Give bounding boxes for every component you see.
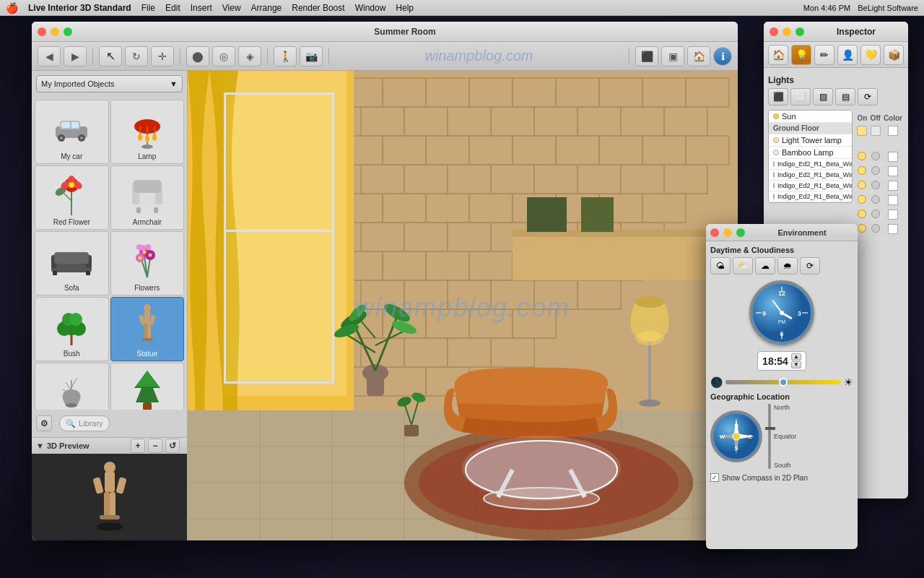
insp-btn-4[interactable]: 👤 (837, 45, 858, 65)
tower-color[interactable] (888, 152, 898, 162)
maximize-button[interactable] (64, 27, 72, 36)
indigo3-off[interactable] (871, 210, 880, 218)
search-bar[interactable]: 🔍 Library (59, 415, 110, 431)
zoom-out-button[interactable]: − (148, 439, 162, 453)
show-compass-checkbox[interactable]: ✓ (710, 473, 719, 482)
menu-render[interactable]: Render Boost (292, 3, 344, 13)
indigo1-on[interactable] (858, 181, 866, 189)
object-item-flowers[interactable]: Flowers (110, 231, 185, 296)
insp-btn-6[interactable]: 📦 (884, 45, 904, 65)
light-item-indigo-1[interactable]: Indigo_Ed2_R1_Beta_Wing (769, 159, 852, 170)
light-item-indigo-4[interactable]: Indigo_Ed2_R1_Beta_Wing (769, 191, 852, 202)
light-item-sun[interactable]: Sun (769, 111, 852, 123)
rotate-tool[interactable]: ↻ (125, 46, 148, 66)
move-tool[interactable]: ✛ (151, 46, 174, 66)
latitude-slider-track[interactable] (768, 404, 771, 469)
light-item-indigo-2[interactable]: Indigo_Ed2_R1_Beta_Wing (769, 170, 852, 181)
box-view[interactable]: ⬛ (635, 46, 658, 66)
forward-button[interactable]: ▶ (64, 46, 87, 66)
indigo3-color[interactable] (888, 210, 898, 220)
objects-dropdown[interactable]: My Imported Objects ▼ (36, 75, 183, 92)
tower-off-icon[interactable] (871, 152, 880, 160)
object-item-armchair[interactable]: Armchair (110, 165, 185, 230)
back-button[interactable]: ◀ (38, 46, 61, 66)
object-item-lamp[interactable]: Lamp (110, 100, 185, 164)
light-item-indigo-3[interactable]: Indigo_Ed2_R1_Beta_Wing (769, 181, 852, 191)
sun-color-swatch[interactable] (888, 126, 898, 136)
light-item-tower[interactable]: Light Tower lamp (769, 134, 852, 147)
indigo1-color[interactable] (888, 181, 898, 191)
object-item-sofa[interactable]: Sofa (35, 231, 109, 296)
env-btn-4[interactable]: 🌧 (777, 257, 798, 275)
render-tool[interactable]: ◈ (238, 46, 261, 66)
menu-insert[interactable]: Insert (191, 3, 212, 13)
latitude-handle[interactable] (765, 427, 775, 430)
light-item-bamboo[interactable]: Bamboo Lamp (769, 147, 852, 159)
menu-help[interactable]: Help (396, 3, 414, 13)
tower-on-icon[interactable] (858, 152, 866, 160)
env-min-button[interactable] (723, 228, 732, 237)
bamboo-on-icon[interactable] (858, 166, 866, 175)
indigo3-on[interactable] (858, 210, 866, 218)
select-tool[interactable]: ↖ (99, 46, 122, 66)
env-btn-2[interactable]: ⛅ (733, 257, 753, 275)
light-tool-5[interactable]: ⟳ (858, 88, 878, 105)
light-tool-3[interactable]: ▨ (813, 88, 833, 105)
object-item-vase[interactable]: Vase (35, 363, 109, 410)
slider-track[interactable] (725, 380, 841, 384)
time-input[interactable]: 18:54 ▲ ▼ (757, 351, 806, 371)
light-tool-1[interactable]: ⬛ (768, 88, 788, 105)
bamboo-color[interactable] (888, 166, 898, 176)
insp-btn-5[interactable]: 💛 (860, 45, 881, 65)
insp-btn-1[interactable]: 🏠 (768, 45, 788, 65)
menu-window[interactable]: Window (355, 3, 386, 13)
zoom-reset-button[interactable]: ↺ (165, 439, 180, 453)
zoom-in-button[interactable]: + (131, 439, 145, 453)
camera-tool[interactable]: ◎ (212, 46, 235, 66)
slider-thumb[interactable] (779, 378, 788, 387)
inspector-min-button[interactable] (783, 27, 791, 36)
env-max-button[interactable] (736, 228, 745, 237)
object-item-car[interactable]: My car (35, 100, 109, 164)
menu-arrange[interactable]: Arrange (251, 3, 282, 13)
time-down-button[interactable]: ▼ (791, 361, 801, 368)
object-item-great-tree[interactable]: Great Tree (110, 363, 185, 410)
indigo4-color[interactable] (888, 224, 898, 234)
indigo4-on[interactable] (858, 224, 866, 233)
menu-edit[interactable]: Edit (165, 3, 180, 13)
indigo1-off[interactable] (871, 181, 880, 189)
menu-view[interactable]: View (222, 3, 241, 13)
sun-on-toggle[interactable] (857, 126, 867, 136)
menu-file[interactable]: File (141, 3, 155, 13)
sun-off-toggle[interactable] (871, 126, 881, 136)
info-btn[interactable]: ℹ (713, 47, 732, 66)
env-btn-3[interactable]: ☁ (755, 257, 775, 275)
indigo2-on[interactable] (858, 195, 866, 204)
snapshot-tool[interactable]: 📷 (300, 46, 323, 66)
brightness-slider[interactable]: 🌑 ☀ (710, 376, 853, 388)
object-item-red-flower[interactable]: Red Flower (35, 165, 109, 230)
inspector-max-button[interactable] (796, 27, 804, 36)
minimize-button[interactable] (51, 27, 59, 36)
iso-view[interactable]: ▣ (661, 46, 684, 66)
env-btn-5[interactable]: ⟳ (800, 257, 820, 275)
light-tool-2[interactable]: ⬜ (790, 88, 811, 105)
insp-btn-2[interactable]: 💡 (791, 45, 811, 65)
lights-list[interactable]: Sun Ground Floor Light Tower lamp Bamboo… (768, 110, 853, 203)
draw-tool[interactable]: ⬤ (186, 46, 209, 66)
object-item-statue[interactable]: Statue (110, 297, 185, 361)
env-btn-1[interactable]: 🌤 (710, 257, 731, 275)
preview-header[interactable]: ▼ 3D Preview + − ↺ (32, 438, 187, 454)
light-tool-4[interactable]: ▤ (835, 88, 855, 105)
insp-btn-3[interactable]: ✏ (814, 45, 834, 65)
apple-menu[interactable]: 🍎 (6, 2, 18, 14)
indigo2-color[interactable] (888, 195, 898, 205)
bamboo-off-icon[interactable] (871, 166, 880, 175)
settings-gear-button[interactable]: ⚙ (36, 415, 52, 431)
indigo4-off[interactable] (871, 224, 880, 233)
env-close-button[interactable] (710, 228, 719, 237)
inspector-close-button[interactable] (770, 27, 778, 36)
time-up-button[interactable]: ▲ (791, 353, 801, 361)
indigo2-off[interactable] (871, 195, 880, 204)
floor-view[interactable]: 🏠 (687, 46, 710, 66)
